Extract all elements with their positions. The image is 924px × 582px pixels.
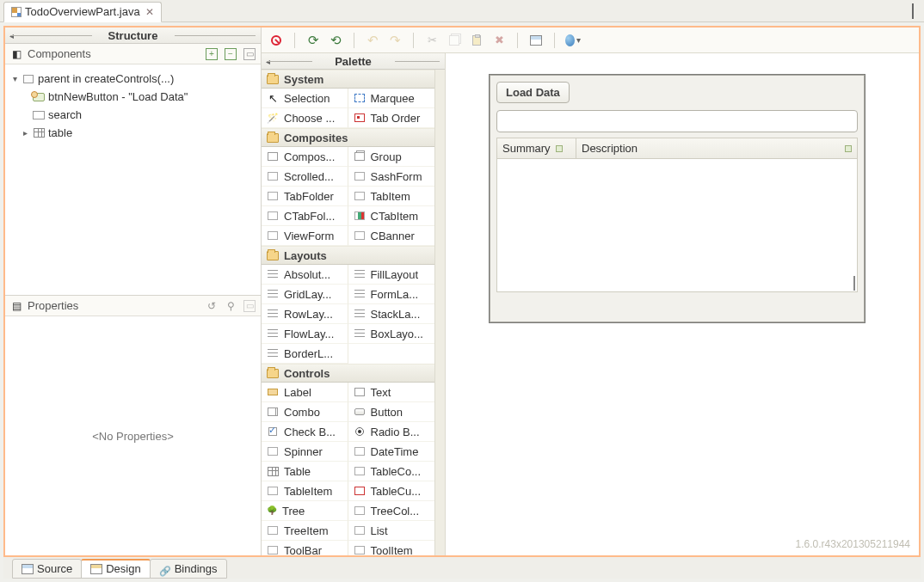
- prop-goto-icon[interactable]: ▭: [243, 300, 256, 312]
- palette-item-cbanner[interactable]: CBanner: [348, 226, 435, 246]
- wand-icon: [267, 112, 279, 124]
- palette-item-toolitem[interactable]: ToolItem: [348, 541, 435, 555]
- ctabitem-icon: [354, 211, 365, 220]
- file-tab[interactable]: TodoOverviewPart.java ✕: [3, 2, 162, 22]
- palette-item-choose[interactable]: Choose ...: [262, 108, 348, 128]
- palette-title: Palette: [330, 55, 377, 68]
- palette-item-tableitem[interactable]: TableItem: [262, 481, 348, 501]
- table-icon: [268, 467, 279, 476]
- refresh-icon[interactable]: [305, 33, 321, 48]
- palette-item-viewform[interactable]: ViewForm: [262, 226, 348, 246]
- twisty-open-icon[interactable]: ▾: [10, 74, 19, 83]
- column-handle-icon[interactable]: [556, 145, 563, 152]
- prop-action-icon[interactable]: ↺: [206, 300, 218, 312]
- column-summary[interactable]: Summary: [497, 138, 576, 158]
- palette-item-taborder[interactable]: Tab Order: [348, 108, 435, 128]
- palette-scrollbar[interactable]: [434, 70, 445, 555]
- palette-item-checkbox[interactable]: Check B...: [262, 422, 348, 442]
- stop-icon[interactable]: [268, 33, 284, 48]
- palette-item-stacklayout[interactable]: StackLa...: [348, 304, 435, 324]
- container-icon: [23, 75, 34, 83]
- palette-item-flowlayout[interactable]: FlowLay...: [262, 324, 348, 344]
- tab-bindings[interactable]: Bindings: [150, 559, 227, 579]
- palette-item-sashform[interactable]: SashForm: [348, 167, 435, 187]
- palette-item-text[interactable]: Text: [348, 383, 435, 402]
- maximize-button[interactable]: [912, 4, 914, 18]
- externalize-icon[interactable]: [565, 33, 581, 48]
- form-preview[interactable]: Load Data Summary Description: [489, 74, 865, 323]
- cut-icon[interactable]: [424, 33, 440, 48]
- palette-item-list[interactable]: List: [348, 521, 435, 541]
- palette-item-borderlayout[interactable]: BorderL...: [262, 344, 348, 364]
- palette-item-scrolled[interactable]: Scrolled...: [262, 167, 348, 187]
- close-tab-icon[interactable]: ✕: [145, 6, 154, 18]
- palette-item-tablecol[interactable]: TableCo...: [348, 462, 435, 481]
- column-description[interactable]: Description: [576, 138, 857, 158]
- sashform-icon: [354, 172, 365, 181]
- tab-order-icon: [354, 113, 365, 122]
- tree-node-table[interactable]: ▸ table: [9, 124, 257, 142]
- palette-item-combo[interactable]: Combo: [262, 402, 348, 422]
- tree-node-search[interactable]: search: [9, 106, 257, 124]
- palette-item-tabfolder[interactable]: TabFolder: [262, 187, 348, 206]
- search-input[interactable]: [496, 110, 858, 132]
- palette-item-boxlayout[interactable]: BoxLayo...: [348, 324, 435, 344]
- palette-item-spinner[interactable]: Spinner: [262, 442, 348, 462]
- palette-cat-controls[interactable]: Controls: [262, 364, 434, 383]
- palette-item-label[interactable]: Label: [262, 383, 348, 402]
- palette-item-formlayout[interactable]: FormLa...: [348, 285, 435, 304]
- goto-icon[interactable]: ▭: [243, 48, 256, 60]
- palette-cat-layouts[interactable]: Layouts: [262, 246, 434, 265]
- palette-cat-composites[interactable]: Composites: [262, 128, 434, 147]
- tab-source[interactable]: Source: [12, 559, 82, 579]
- palette-item-treecol[interactable]: TreeCol...: [348, 501, 435, 521]
- undo-icon[interactable]: [365, 33, 380, 48]
- paste-icon[interactable]: [469, 33, 484, 48]
- component-tree[interactable]: ▾ parent in createControls(...) btnNewBu…: [5, 64, 261, 295]
- preview-table-body[interactable]: [496, 158, 858, 292]
- tab-design[interactable]: Design: [81, 559, 150, 579]
- palette-item-ctabfolder[interactable]: CTabFol...: [262, 206, 348, 226]
- marquee-icon: [354, 94, 365, 102]
- palette-cat-label: Composites: [284, 132, 348, 144]
- palette-item-group[interactable]: Group: [348, 147, 435, 167]
- palette-item-tabitem[interactable]: TabItem: [348, 187, 435, 206]
- palette-item-absolute[interactable]: Absolut...: [262, 265, 348, 285]
- test-preview-icon[interactable]: [528, 33, 544, 48]
- palette-item-treeitem[interactable]: TreeItem: [262, 521, 348, 541]
- palette-item-radio[interactable]: Radio B...: [348, 422, 435, 442]
- palette-cat-system[interactable]: System: [262, 70, 434, 89]
- delete-icon[interactable]: [491, 33, 507, 48]
- palette-item-marquee[interactable]: Marquee: [348, 89, 435, 108]
- palette-item-button[interactable]: Button: [348, 402, 435, 422]
- folder-open-icon: [267, 251, 279, 260]
- version-label: 1.6.0.r43x201305211944: [796, 538, 910, 550]
- palette-item-table[interactable]: Table: [262, 462, 348, 481]
- spinner-icon: [268, 447, 278, 456]
- column-handle-icon[interactable]: [845, 145, 852, 152]
- collapse-all-icon[interactable]: −: [225, 48, 237, 60]
- datetime-icon: [354, 447, 365, 456]
- reparse-icon[interactable]: [328, 33, 343, 48]
- copy-icon[interactable]: [447, 33, 462, 48]
- palette-item-tablecursor[interactable]: TableCu...: [348, 481, 435, 501]
- load-data-button[interactable]: Load Data: [496, 82, 570, 103]
- palette-item-composite[interactable]: Compos...: [262, 147, 348, 167]
- palette-item-rowlayout[interactable]: RowLay...: [262, 304, 348, 324]
- palette-list[interactable]: System Selection Marquee Choose ... Tab …: [262, 70, 434, 555]
- palette-item-datetime[interactable]: DateTime: [348, 442, 435, 462]
- palette-item-selection[interactable]: Selection: [262, 89, 348, 108]
- palette-item-ctabitem[interactable]: CTabItem: [348, 206, 435, 226]
- cbanner-icon: [354, 231, 365, 240]
- prop-filter-icon[interactable]: ⚲: [225, 300, 237, 312]
- tree-node-button[interactable]: btnNewButton - "Load Data": [9, 88, 257, 106]
- twisty-closed-icon[interactable]: ▸: [21, 128, 29, 138]
- palette-item-gridlayout[interactable]: GridLay...: [262, 285, 348, 304]
- palette-item-filllayout[interactable]: FillLayout: [348, 265, 435, 285]
- palette-item-toolbar[interactable]: ToolBar: [262, 541, 348, 555]
- tree-node-root[interactable]: ▾ parent in createControls(...): [9, 70, 257, 88]
- design-canvas[interactable]: Load Data Summary Description: [446, 53, 919, 555]
- palette-item-tree[interactable]: Tree: [262, 501, 348, 521]
- expand-all-icon[interactable]: +: [206, 48, 218, 60]
- redo-icon[interactable]: [387, 33, 403, 48]
